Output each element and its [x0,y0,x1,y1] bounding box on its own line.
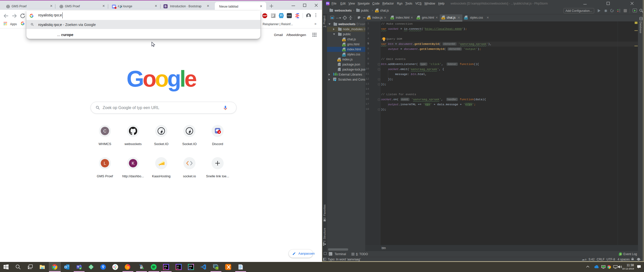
svg-text:λ: λ [216,267,217,269]
svg-text:DG: DG [189,265,192,267]
svg-text:IJ: IJ [177,265,179,267]
svg-text:PS: PS [164,265,167,267]
